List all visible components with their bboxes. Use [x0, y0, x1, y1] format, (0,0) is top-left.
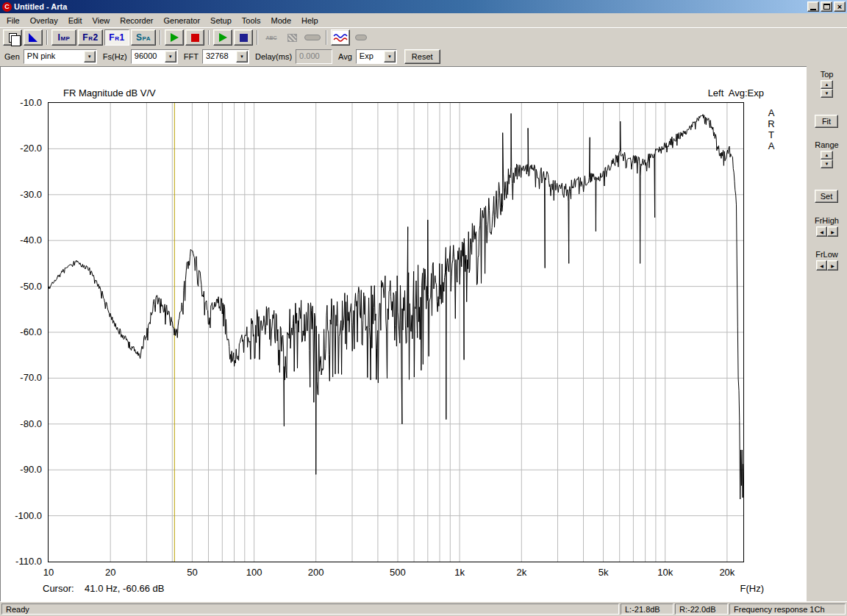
- x-tick-label: 200: [308, 567, 324, 578]
- window-title: Untitled - Arta: [14, 2, 806, 11]
- arrow-down-icon: ▼: [825, 162, 829, 166]
- sine-wave-icon: [333, 33, 348, 43]
- menu-generator[interactable]: Generator: [159, 14, 206, 27]
- x-axis-title: F(Hz): [740, 583, 765, 594]
- menu-view[interactable]: View: [87, 14, 115, 27]
- arrow-up-icon: ▲: [825, 82, 829, 87]
- brand-letter: A: [765, 107, 777, 118]
- x-tick-label: 10k: [657, 567, 673, 578]
- x-tick-label: 1k: [454, 567, 465, 578]
- marker-button-disabled: [282, 29, 301, 46]
- mode-button-fr1[interactable]: Fr1: [104, 29, 129, 46]
- pill-icon: [355, 35, 367, 40]
- corner-triangle-icon: [29, 33, 37, 42]
- copy-button[interactable]: [3, 29, 22, 46]
- top-down-button[interactable]: ▼: [821, 89, 833, 98]
- frhigh-arrows: ◀ ▶: [816, 226, 838, 237]
- stop-icon: [240, 34, 248, 42]
- pill-icon: [304, 35, 321, 40]
- generator-select[interactable]: PN pink ▼: [24, 49, 97, 64]
- frhigh-right-button[interactable]: ▶: [827, 226, 838, 237]
- menu-recorder[interactable]: Recorder: [115, 14, 158, 27]
- close-button[interactable]: ×: [834, 1, 846, 12]
- title-bar[interactable]: C Untitled - Arta ×: [0, 0, 847, 13]
- status-bar: Ready L:-21.8dB R:-22.0dB Frequency resp…: [0, 601, 847, 616]
- range-up-button[interactable]: ▲: [821, 151, 833, 160]
- fft-value: 32768: [203, 50, 235, 63]
- brand-letter: R: [765, 118, 777, 129]
- frhigh-left-button[interactable]: ◀: [816, 226, 827, 237]
- y-tick-label: -70.0: [2, 372, 42, 383]
- set-button[interactable]: Set: [815, 190, 838, 203]
- maximize-icon: [823, 4, 830, 10]
- x-tick-label: 10: [43, 567, 54, 578]
- y-tick-label: -20.0: [2, 143, 42, 154]
- fft-select[interactable]: 32768 ▼: [202, 49, 249, 64]
- toolbar: Imp Fr2 Fr1 Spa ABC: [0, 28, 847, 47]
- status-right-level: R:-22.0dB: [675, 604, 728, 615]
- menu-help[interactable]: Help: [296, 14, 324, 27]
- x-tick-label: 100: [246, 567, 262, 578]
- mode-button-imp[interactable]: Imp: [51, 29, 76, 46]
- mode-button-fr2[interactable]: Fr2: [78, 29, 103, 46]
- arrow-right-icon: ▶: [831, 263, 835, 268]
- menu-overlay[interactable]: Overlay: [25, 14, 63, 27]
- menu-mode[interactable]: Mode: [265, 14, 296, 27]
- x-tick-label: 50: [187, 567, 197, 578]
- smooth-button-disabled: [351, 29, 371, 46]
- y-tick-label: -40.0: [2, 234, 42, 246]
- minimize-icon: [810, 9, 816, 10]
- toolbar-separator: [257, 30, 258, 45]
- chevron-down-icon[interactable]: ▼: [236, 51, 248, 62]
- range-down-button[interactable]: ▼: [821, 160, 833, 168]
- arrow-left-icon: ◀: [820, 229, 823, 234]
- chevron-down-icon[interactable]: ▼: [165, 51, 176, 62]
- record-icon: [191, 34, 199, 42]
- y-tick-label: -110.0: [2, 556, 42, 567]
- reset-button[interactable]: Reset: [404, 49, 440, 64]
- menu-tools[interactable]: Tools: [237, 14, 266, 27]
- top-up-button[interactable]: ▲: [821, 80, 833, 89]
- frlow-label: FrLow: [807, 250, 847, 259]
- arrow-right-icon: ▶: [831, 229, 835, 234]
- maximize-button[interactable]: [821, 1, 832, 12]
- x-tick-label: 20k: [719, 567, 735, 578]
- avg-select[interactable]: Exp ▼: [356, 49, 397, 64]
- mode-button-spa[interactable]: Spa: [131, 29, 156, 46]
- hatch-icon: [287, 34, 297, 42]
- signal-button[interactable]: [331, 29, 350, 46]
- color-scale-button[interactable]: [24, 29, 43, 46]
- top-spinner: ▲ ▼: [821, 80, 833, 98]
- plot-area[interactable]: [48, 102, 744, 562]
- cursor-readout: Cursor: 41.0 Hz, -60.66 dB: [43, 583, 164, 594]
- frlow-right-button[interactable]: ▶: [827, 260, 838, 271]
- gen-label: Gen: [4, 52, 20, 61]
- generator-play-button[interactable]: [213, 29, 232, 46]
- menu-bar: File Overlay Edit View Recorder Generato…: [0, 13, 847, 28]
- menu-setup[interactable]: Setup: [205, 14, 237, 27]
- x-tick-label: 20: [105, 567, 115, 578]
- arrow-left-icon: ◀: [820, 263, 823, 268]
- play-button[interactable]: [165, 29, 184, 46]
- frlow-left-button[interactable]: ◀: [816, 260, 827, 271]
- abc-icon: ABC: [265, 35, 276, 40]
- chevron-down-icon[interactable]: ▼: [384, 51, 396, 62]
- samplerate-select[interactable]: 96000 ▼: [131, 49, 178, 64]
- avg-label: Avg: [338, 52, 352, 61]
- y-tick-label: -90.0: [2, 464, 42, 475]
- toolbar-separator: [208, 30, 210, 45]
- y-tick-label: -80.0: [2, 418, 42, 429]
- delay-label: Delay(ms): [255, 52, 292, 61]
- minimize-button[interactable]: [807, 1, 819, 12]
- record-button[interactable]: [185, 29, 204, 46]
- plot-svg: [49, 103, 743, 562]
- fit-button[interactable]: Fit: [815, 115, 838, 128]
- menu-edit[interactable]: Edit: [63, 14, 87, 27]
- stop-button[interactable]: [234, 29, 253, 46]
- app-icon: C: [2, 2, 12, 12]
- top-label: Top: [807, 70, 847, 79]
- arta-window: C Untitled - Arta × File Overlay Edit Vi…: [0, 0, 847, 616]
- chevron-down-icon[interactable]: ▼: [84, 51, 96, 62]
- plot-window: FR Magnitude dB V/V Left Avg:Exp -10.0-2…: [0, 66, 807, 601]
- menu-file[interactable]: File: [1, 14, 25, 27]
